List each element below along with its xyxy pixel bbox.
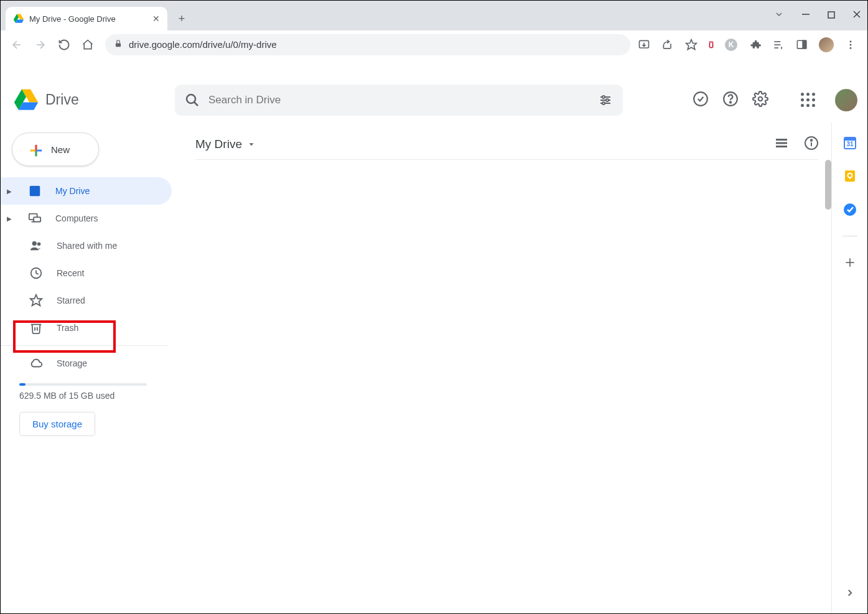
window-controls <box>774 1 867 30</box>
svg-point-23 <box>602 96 605 98</box>
svg-point-35 <box>37 243 41 246</box>
svg-point-17 <box>850 47 852 49</box>
chevron-down-icon[interactable] <box>774 9 784 22</box>
nav-label: Recent <box>57 268 84 278</box>
svg-point-28 <box>730 101 731 103</box>
svg-point-46 <box>811 139 812 141</box>
breadcrumb-label: My Drive <box>195 137 242 151</box>
svg-point-16 <box>850 44 852 45</box>
lock-icon <box>114 39 123 50</box>
svg-marker-9 <box>686 39 697 49</box>
keep-icon[interactable] <box>842 169 857 184</box>
mcafee-icon[interactable]: ⩂ <box>709 39 714 50</box>
panel-collapse-icon[interactable] <box>844 587 856 601</box>
star-icon[interactable] <box>685 39 698 51</box>
ready-offline-icon[interactable] <box>693 91 709 109</box>
browser-tab-strip: My Drive - Google Drive ✕ + <box>1 1 867 30</box>
new-button-label: New <box>51 144 70 155</box>
list-view-icon[interactable] <box>774 136 789 153</box>
nav-label: Shared with me <box>57 241 117 251</box>
expand-arrow-icon[interactable]: ▶ <box>7 188 14 195</box>
breadcrumb[interactable]: My Drive <box>195 137 256 151</box>
apps-icon[interactable] <box>801 93 815 107</box>
drive-logo-text: Drive <box>45 91 79 108</box>
storage-fill <box>19 383 26 386</box>
side-panel: 31 <box>831 123 867 613</box>
tab-title: My Drive - Google Drive <box>29 14 147 24</box>
account-avatar[interactable] <box>835 89 857 111</box>
k-badge-icon[interactable]: K <box>725 39 737 51</box>
reload-button[interactable] <box>54 35 74 55</box>
storage-bar <box>19 383 147 386</box>
svg-rect-14 <box>803 40 806 49</box>
nav-label: Storage <box>57 358 87 368</box>
svg-rect-42 <box>776 142 787 144</box>
nav-shared[interactable]: Shared with me <box>1 232 172 259</box>
svg-point-34 <box>32 241 37 246</box>
forward-button[interactable] <box>30 35 50 55</box>
content-header: My Drive <box>195 129 819 160</box>
add-addon-icon[interactable] <box>842 255 857 270</box>
search-box[interactable] <box>175 85 623 116</box>
home-button[interactable] <box>78 35 98 55</box>
computers-icon <box>28 212 42 225</box>
new-button[interactable]: New <box>12 133 99 166</box>
sidebar: New ▶ My Drive ▶ Computers Shared with m… <box>1 123 178 613</box>
nav-label: Computers <box>55 213 98 223</box>
search-options-icon[interactable] <box>598 93 613 108</box>
profile-avatar[interactable] <box>819 37 834 52</box>
main-area: New ▶ My Drive ▶ Computers Shared with m… <box>1 123 867 613</box>
svg-point-26 <box>694 92 707 106</box>
info-icon[interactable] <box>804 136 819 153</box>
nav-computers[interactable]: ▶ Computers <box>1 205 172 232</box>
nav-my-drive[interactable]: ▶ My Drive <box>1 177 172 205</box>
close-window-icon[interactable] <box>852 10 861 21</box>
nav-storage[interactable]: Storage <box>1 350 172 377</box>
new-tab-button[interactable]: + <box>172 9 191 28</box>
content-actions <box>774 136 819 153</box>
address-bar-icons: ⩂ K <box>638 37 861 52</box>
url-text: drive.google.com/drive/u/0/my-drive <box>129 39 277 50</box>
back-button[interactable] <box>7 35 27 55</box>
side-panel-icon[interactable] <box>796 39 808 50</box>
tasks-icon[interactable] <box>842 202 857 217</box>
annotation-highlight <box>13 320 116 353</box>
svg-rect-6 <box>116 43 121 47</box>
reading-list-icon[interactable] <box>772 39 785 51</box>
minimize-icon[interactable] <box>801 10 810 21</box>
url-field[interactable]: drive.google.com/drive/u/0/my-drive <box>105 34 630 55</box>
extensions-icon[interactable] <box>749 39 761 51</box>
nav-recent[interactable]: Recent <box>1 259 172 287</box>
drive-logo[interactable]: Drive <box>13 87 175 113</box>
help-icon[interactable] <box>722 91 739 109</box>
nav-starred[interactable]: Starred <box>1 287 172 314</box>
scrollbar-thumb[interactable] <box>825 160 831 210</box>
drive-header: Drive <box>1 78 867 123</box>
menu-icon[interactable] <box>845 39 856 50</box>
plus-icon <box>27 142 42 157</box>
nav-label: Starred <box>57 295 85 305</box>
svg-rect-43 <box>776 146 787 147</box>
search-input[interactable] <box>208 94 589 106</box>
settings-icon[interactable] <box>752 91 768 109</box>
tab-close-icon[interactable]: ✕ <box>152 14 160 24</box>
search-icon <box>185 93 200 108</box>
content-area: My Drive <box>178 123 831 613</box>
svg-point-18 <box>187 95 195 103</box>
starred-icon <box>29 294 43 307</box>
buy-storage-button[interactable]: Buy storage <box>19 412 95 436</box>
install-icon[interactable] <box>638 39 650 51</box>
drive-favicon <box>13 13 24 24</box>
calendar-icon[interactable]: 31 <box>842 135 857 150</box>
shared-icon <box>29 239 43 253</box>
svg-rect-1 <box>828 12 834 18</box>
svg-point-25 <box>602 102 605 105</box>
share-icon[interactable] <box>661 39 674 51</box>
expand-arrow-icon[interactable]: ▶ <box>7 215 14 222</box>
drive-logo-icon <box>13 87 39 113</box>
browser-tab[interactable]: My Drive - Google Drive ✕ <box>6 7 167 30</box>
header-actions <box>674 89 857 111</box>
maximize-icon[interactable] <box>828 10 835 21</box>
panel-divider <box>842 236 857 236</box>
svg-point-24 <box>606 99 609 101</box>
